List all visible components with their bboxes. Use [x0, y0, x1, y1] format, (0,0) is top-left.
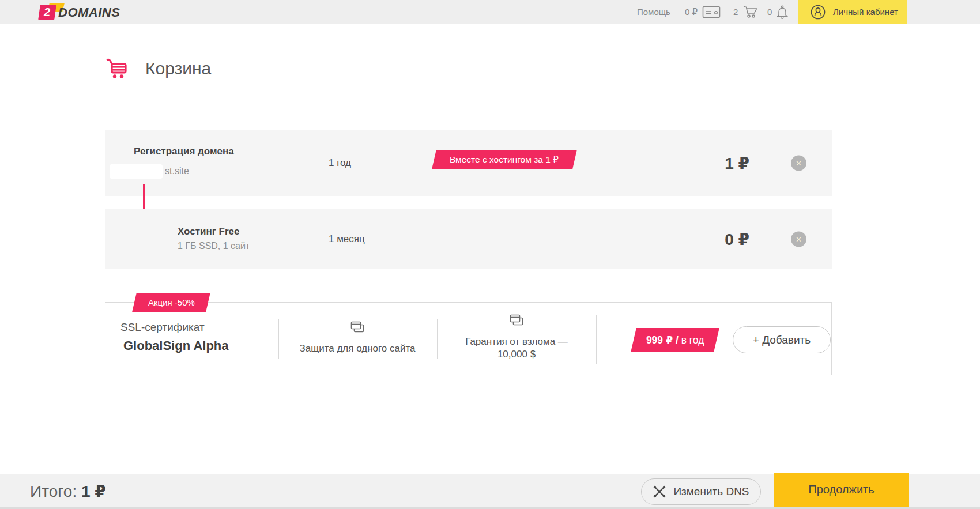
cart-item-domain: Регистрация домена st.site 1 год Вместе …	[105, 130, 832, 196]
discount-badge-label: Акция -50%	[148, 297, 195, 307]
notifications-widget[interactable]: 0	[767, 0, 789, 24]
item-term: 1 год	[329, 157, 351, 169]
cart-title-icon	[105, 56, 131, 81]
logo-text: DOMAINS	[58, 5, 120, 20]
change-dns-label: Изменить DNS	[673, 485, 749, 498]
bell-icon	[776, 5, 789, 19]
page-title: Корзина	[145, 59, 211, 78]
account-button-label: Личный кабинет	[833, 7, 898, 17]
header-cart-widget[interactable]: 2	[733, 0, 758, 24]
remove-item-button[interactable]: ✕	[791, 155, 806, 171]
ssl-feature-warranty: Гарантия от взлома — 10,000 $	[447, 313, 586, 361]
discount-badge: Акция -50%	[132, 293, 210, 312]
dns-nodes-icon	[653, 485, 666, 499]
site-logo[interactable]: 2 DOMAINS	[39, 3, 131, 20]
user-icon	[810, 4, 826, 20]
account-button[interactable]: Личный кабинет	[798, 0, 907, 24]
help-label: Помощь	[637, 7, 670, 17]
cart-count: 2	[733, 7, 738, 17]
remove-item-button[interactable]: ✕	[791, 232, 806, 247]
order-total: Итого: 1 ₽	[30, 482, 106, 501]
ssl-offer-card: SSL-сертификат GlobalSign Alpha Защита д…	[105, 302, 832, 375]
item-name: Регистрация домена	[134, 146, 234, 157]
order-total-value: 1 ₽	[81, 482, 106, 500]
domain-redacted-area	[110, 164, 163, 179]
notification-count: 0	[767, 7, 772, 17]
domain-suffix: st.site	[165, 166, 189, 176]
ssl-product-type: SSL-сертификат	[120, 321, 205, 334]
ssl-price-badge: 999 ₽ / в год	[631, 328, 719, 352]
item-term: 1 месяц	[329, 233, 365, 245]
divider	[596, 315, 597, 364]
item-name: Хостинг Free	[178, 226, 250, 237]
logo-number-box: 2	[38, 5, 56, 20]
continue-button[interactable]: Продолжить	[774, 473, 909, 507]
stacked-windows-icon	[349, 320, 366, 335]
ssl-feature-warranty-line1: Гарантия от взлома —	[447, 335, 586, 348]
divider	[278, 319, 279, 359]
change-dns-button[interactable]: Изменить DNS	[641, 478, 761, 505]
ssl-product-name: GlobalSign Alpha	[123, 338, 229, 353]
order-total-label: Итого:	[30, 482, 81, 500]
ssl-price-period: в год	[679, 334, 704, 346]
divider	[437, 319, 438, 359]
item-name-block: Хостинг Free 1 ГБ SSD, 1 сайт	[178, 226, 250, 251]
stacked-windows-icon	[508, 313, 525, 328]
ssl-feature-sites-label: Защита для одного сайта	[288, 342, 427, 355]
hosting-promo-badge[interactable]: Вместе с хостингом за 1 ₽	[432, 150, 577, 169]
cart-header: Корзина	[105, 56, 211, 81]
logo-number: 2	[44, 6, 50, 19]
item-price: 0 ₽	[725, 230, 749, 249]
ssl-price-value: 999 ₽ /	[646, 334, 679, 346]
hosting-promo-badge-label: Вместе с хостингом за 1 ₽	[450, 154, 559, 165]
balance-widget[interactable]: 0 ₽	[685, 0, 721, 24]
domain-line: st.site	[110, 164, 225, 179]
balance-amount: 0 ₽	[685, 7, 698, 17]
item-price: 1 ₽	[725, 153, 749, 172]
ssl-feature-warranty-line2: 10,000 $	[447, 348, 586, 361]
credit-card-icon	[702, 6, 721, 18]
help-link[interactable]: Помощь	[637, 0, 670, 24]
cart-item-hosting: Хостинг Free 1 ГБ SSD, 1 сайт 1 месяц 0 …	[105, 209, 832, 269]
item-name-block: Регистрация домена	[134, 146, 234, 157]
item-description: 1 ГБ SSD, 1 сайт	[178, 241, 250, 251]
top-header: 2 DOMAINS Помощь 0 ₽ 2 0	[0, 0, 980, 24]
cart-icon	[743, 5, 758, 18]
ssl-feature-sites: Защита для одного сайта	[288, 320, 427, 355]
bottom-edge	[0, 507, 980, 509]
add-ssl-button[interactable]: + Добавить	[733, 326, 831, 353]
